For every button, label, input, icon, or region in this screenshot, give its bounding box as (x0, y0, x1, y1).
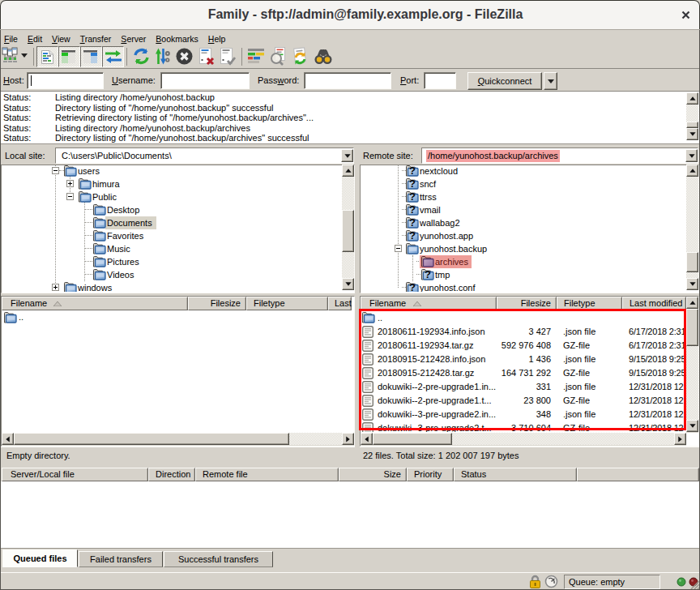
svg-text:?: ? (409, 165, 416, 177)
svg-text:?: ? (409, 203, 416, 216)
svg-text:?: ? (409, 190, 416, 203)
svg-text:?: ? (409, 229, 416, 242)
svg-text:?: ? (409, 216, 416, 229)
svg-text:?: ? (425, 268, 431, 280)
svg-text:?: ? (409, 177, 416, 190)
svg-text:?: ? (409, 281, 416, 292)
